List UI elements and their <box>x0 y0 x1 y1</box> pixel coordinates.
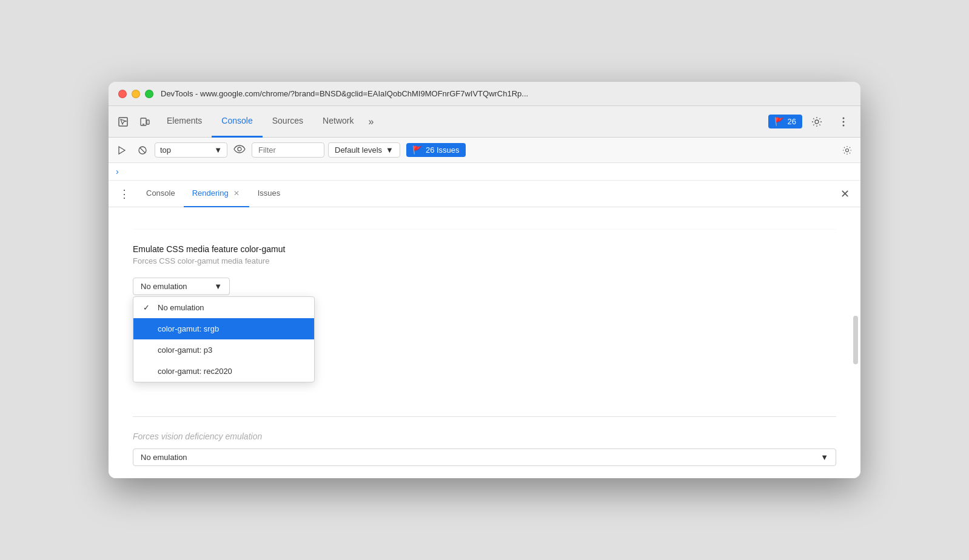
svg-point-11 <box>238 147 241 151</box>
flag-icon: 🚩 <box>412 145 422 155</box>
issues-toolbar-badge[interactable]: 🚩 26 Issues <box>406 143 466 157</box>
traffic-lights <box>118 90 153 98</box>
check-mark-icon: ✓ <box>143 303 153 312</box>
trigger-chevron-icon: ▼ <box>214 282 222 291</box>
context-selector[interactable]: top ▼ <box>155 142 227 158</box>
play-icon <box>117 145 127 155</box>
device-toolbar-button[interactable] <box>135 112 155 132</box>
devtools-window: DevTools - www.google.com/chrome/?brand=… <box>109 82 860 478</box>
section-title: Emulate CSS media feature color-gamut <box>133 244 836 254</box>
panel-tabs-bar: ⋮ Console Rendering ✕ Issues ✕ <box>109 181 860 207</box>
svg-line-10 <box>140 147 146 153</box>
vision-deficiency-title: Forces vision deficiency emulation <box>133 432 836 441</box>
dropdown-item-p3[interactable]: color-gamut: p3 <box>133 339 314 361</box>
panel-tab-rendering-close[interactable]: ✕ <box>232 188 241 199</box>
gear-icon <box>842 145 852 155</box>
section-divider <box>133 416 836 417</box>
scrollbar[interactable] <box>853 316 858 364</box>
log-levels-dropdown[interactable]: Default levels ▼ <box>328 142 400 158</box>
color-gamut-dropdown-trigger[interactable]: No emulation ▼ <box>133 278 230 295</box>
settings-button[interactable] <box>807 112 827 132</box>
issues-count-badge[interactable]: 🚩 26 <box>768 115 802 128</box>
cursor-icon <box>118 116 129 127</box>
panel-tab-issues[interactable]: Issues <box>249 181 289 207</box>
svg-point-5 <box>843 117 845 119</box>
close-button[interactable] <box>118 90 127 98</box>
inspect-element-button[interactable] <box>113 112 133 132</box>
svg-point-7 <box>843 124 845 126</box>
chevron-down-icon: ▼ <box>386 145 394 155</box>
dropdown-item-srgb[interactable]: color-gamut: srgb <box>133 318 314 339</box>
svg-point-4 <box>815 120 819 124</box>
dropdown-item-no-emulation[interactable]: ✓ No emulation <box>133 297 314 318</box>
more-options-button[interactable] <box>834 112 853 132</box>
eye-icon <box>233 145 246 153</box>
dropdown-item-rec2020[interactable]: color-gamut: rec2020 <box>133 361 314 382</box>
breadcrumb-area: › <box>109 163 860 181</box>
color-gamut-section: Emulate CSS media feature color-gamut Fo… <box>133 244 836 295</box>
above-fold-content <box>133 227 836 230</box>
console-toolbar: top ▼ Default levels ▼ 🚩 26 Issues <box>109 138 860 163</box>
panel-tab-rendering[interactable]: Rendering ✕ <box>184 181 249 207</box>
clear-console-button[interactable] <box>113 142 130 159</box>
panel-tab-menu-button[interactable]: ⋮ <box>116 185 133 202</box>
chevron-down-icon: ▼ <box>214 145 222 155</box>
gear-icon <box>811 116 822 127</box>
show-log-button[interactable] <box>231 142 248 158</box>
filter-input[interactable] <box>252 142 324 158</box>
devtools-tabs-bar: Elements Console Sources Network » 🚩 26 <box>109 106 860 138</box>
more-tabs-button[interactable]: » <box>363 106 378 138</box>
devtools-right-toolbar: 🚩 26 <box>768 112 856 132</box>
panel-tab-console[interactable]: Console <box>138 181 184 207</box>
color-gamut-dropdown-menu: ✓ No emulation color-gamut: srgb color-g… <box>133 296 315 382</box>
issues-flag-icon: 🚩 <box>774 117 784 126</box>
window-title: DevTools - www.google.com/chrome/?brand=… <box>161 89 851 98</box>
color-gamut-dropdown-container: No emulation ▼ ✓ No emulation color-gamu… <box>133 278 230 295</box>
console-settings-button[interactable] <box>839 142 856 159</box>
maximize-button[interactable] <box>145 90 153 98</box>
svg-point-12 <box>846 148 849 152</box>
tab-sources[interactable]: Sources <box>263 106 313 138</box>
device-icon <box>139 116 150 127</box>
svg-point-6 <box>843 121 845 122</box>
breadcrumb-chevron[interactable]: › <box>116 167 119 176</box>
content-area: Emulate CSS media feature color-gamut Fo… <box>109 207 860 478</box>
vision-deficiency-dropdown[interactable]: No emulation ▼ <box>133 448 836 466</box>
vertical-dots-icon <box>842 116 845 127</box>
tab-console[interactable]: Console <box>212 106 262 138</box>
tab-network[interactable]: Network <box>313 106 363 138</box>
section-subtitle: Forces CSS color-gamut media feature <box>133 256 836 265</box>
block-icon <box>138 145 147 155</box>
titlebar: DevTools - www.google.com/chrome/?brand=… <box>109 82 860 106</box>
chevron-down-icon: ▼ <box>820 453 828 462</box>
svg-marker-8 <box>119 147 125 154</box>
panel-close-button[interactable]: ✕ <box>836 185 853 202</box>
block-requests-button[interactable] <box>134 142 151 159</box>
vision-deficiency-section: Forces vision deficiency emulation No em… <box>133 432 836 466</box>
svg-rect-2 <box>147 120 149 124</box>
minimize-button[interactable] <box>132 90 140 98</box>
tab-elements[interactable]: Elements <box>157 106 212 138</box>
